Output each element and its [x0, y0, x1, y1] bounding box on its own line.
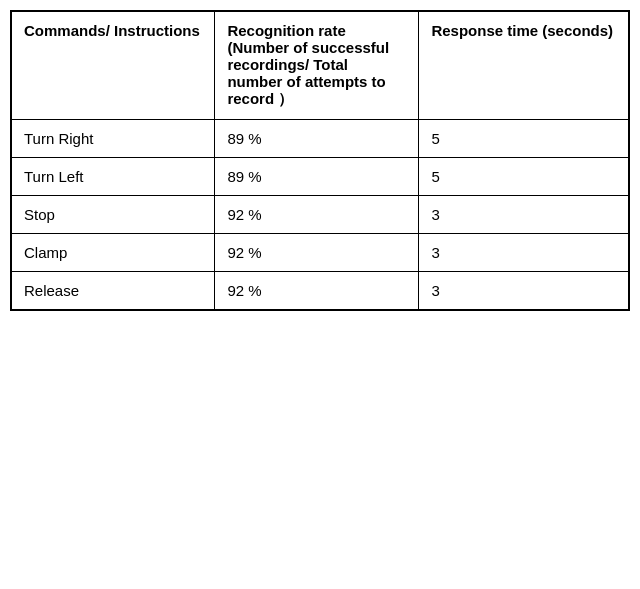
table-row: Turn Right89 %5	[11, 120, 629, 158]
data-table: Commands/ Instructions Recognition rate …	[10, 10, 630, 311]
cell-command: Stop	[11, 196, 215, 234]
table-row: Clamp92 %3	[11, 234, 629, 272]
header-commands: Commands/ Instructions	[11, 11, 215, 120]
cell-recognition: 92 %	[215, 196, 419, 234]
table-row: Release92 %3	[11, 272, 629, 311]
cell-response: 5	[419, 158, 629, 196]
table-row: Turn Left89 %5	[11, 158, 629, 196]
cell-recognition: 89 %	[215, 120, 419, 158]
header-recognition: Recognition rate (Number of successful r…	[215, 11, 419, 120]
cell-recognition: 92 %	[215, 234, 419, 272]
cell-command: Turn Left	[11, 158, 215, 196]
cell-response: 3	[419, 272, 629, 311]
cell-command: Clamp	[11, 234, 215, 272]
cell-recognition: 92 %	[215, 272, 419, 311]
header-row: Commands/ Instructions Recognition rate …	[11, 11, 629, 120]
header-response: Response time (seconds)	[419, 11, 629, 120]
cell-response: 5	[419, 120, 629, 158]
cell-command: Turn Right	[11, 120, 215, 158]
table-container: Commands/ Instructions Recognition rate …	[10, 10, 630, 311]
cell-recognition: 89 %	[215, 158, 419, 196]
table-row: Stop92 %3	[11, 196, 629, 234]
cell-response: 3	[419, 234, 629, 272]
cell-command: Release	[11, 272, 215, 311]
cell-response: 3	[419, 196, 629, 234]
